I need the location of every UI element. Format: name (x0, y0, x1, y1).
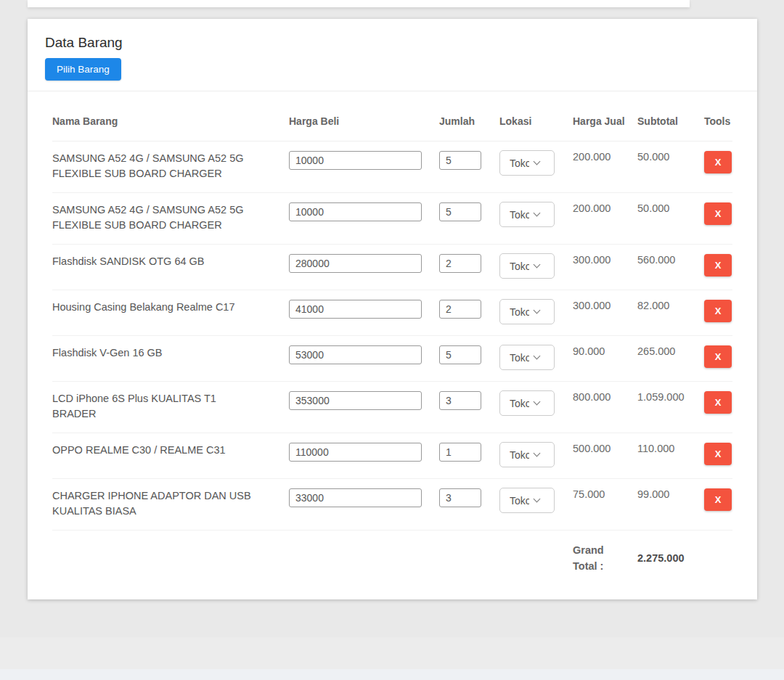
table-header-row: Nama Barang Harga Beli Jumlah Lokasi Har… (52, 91, 732, 142)
lokasi-select[interactable]: Toko (499, 390, 555, 416)
harga-beli-input[interactable] (289, 488, 422, 507)
item-name: LCD iPhone 6S Plus KUALITAS T1 BRADER (52, 391, 289, 422)
subtotal-value: 265.000 (637, 345, 675, 357)
item-name: OPPO REALME C30 / REALME C31 (52, 443, 289, 458)
harga-jual-value: 300.000 (573, 254, 611, 266)
chevron-down-icon (534, 450, 541, 457)
grand-total-value: 2.275.000 (637, 552, 704, 564)
item-name: SAMSUNG A52 4G / SAMSUNG A52 5G FLEXIBLE… (52, 151, 289, 181)
page-title: Data Barang (45, 35, 740, 51)
table-row: SAMSUNG A52 4G / SAMSUNG A52 5G FLEXIBLE… (52, 193, 732, 245)
lokasi-selected-value: Toko (510, 261, 529, 272)
card-header: Data Barang Pilih Barang (28, 19, 757, 91)
harga-beli-input[interactable] (289, 254, 422, 273)
items-table: Nama Barang Harga Beli Jumlah Lokasi Har… (52, 91, 732, 574)
lokasi-selected-value: Toko (510, 398, 529, 409)
delete-row-button[interactable]: X (704, 443, 732, 465)
harga-jual-value: 200.000 (573, 151, 611, 163)
pilih-barang-button[interactable]: Pilih Barang (45, 58, 121, 81)
chevron-down-icon (534, 353, 541, 360)
jumlah-input[interactable] (439, 391, 481, 410)
header-harga-jual: Harga Jual (573, 91, 637, 142)
subtotal-value: 50.000 (637, 151, 669, 163)
table-row: LCD iPhone 6S Plus KUALITAS T1 BRADER To… (52, 382, 732, 433)
delete-row-button[interactable]: X (704, 151, 732, 173)
item-name: Flashdisk V-Gen 16 GB (52, 345, 289, 361)
chevron-down-icon (534, 496, 541, 503)
item-name: CHARGER IPHONE ADAPTOR DAN USB KUALITAS … (52, 488, 289, 519)
delete-row-button[interactable]: X (704, 254, 732, 276)
lokasi-select[interactable]: Toko (499, 253, 555, 279)
jumlah-input[interactable] (439, 300, 481, 319)
grand-total-label: Grand Total : (573, 542, 637, 574)
jumlah-input[interactable] (439, 345, 481, 364)
header-jumlah: Jumlah (439, 91, 499, 142)
lokasi-selected-value: Toko (510, 449, 529, 461)
delete-row-button[interactable]: X (704, 202, 732, 225)
header-subtotal: Subtotal (637, 91, 704, 142)
table-row: Housing Casing Belakang Realme C17 Toko … (52, 290, 732, 336)
harga-jual-value: 90.000 (573, 345, 605, 357)
item-name: Housing Casing Belakang Realme C17 (52, 300, 289, 315)
subtotal-value: 82.000 (637, 300, 669, 311)
previous-card-edge (28, 0, 690, 7)
data-barang-card: Data Barang Pilih Barang Nama Barang Har… (28, 19, 757, 599)
harga-beli-input[interactable] (289, 300, 422, 319)
harga-beli-input[interactable] (289, 151, 422, 170)
chevron-down-icon (534, 261, 541, 269)
subtotal-value: 110.000 (637, 443, 674, 454)
lokasi-selected-value: Toko (510, 495, 529, 507)
lokasi-selected-value: Toko (510, 352, 529, 364)
chevron-down-icon (534, 210, 541, 217)
item-name: Flashdisk SANDISK OTG 64 GB (52, 254, 289, 269)
subtotal-value: 99.000 (637, 488, 669, 500)
header-nama-barang: Nama Barang (52, 91, 289, 142)
lokasi-select[interactable]: Toko (499, 345, 555, 370)
lokasi-select[interactable]: Toko (499, 150, 555, 176)
header-tools: Tools (704, 91, 732, 142)
jumlah-input[interactable] (439, 254, 481, 273)
table-row: SAMSUNG A52 4G / SAMSUNG A52 5G FLEXIBLE… (52, 142, 732, 193)
jumlah-input[interactable] (439, 151, 481, 170)
harga-jual-value: 200.000 (573, 202, 611, 214)
subtotal-value: 560.000 (637, 254, 675, 266)
delete-row-button[interactable]: X (704, 488, 732, 511)
grand-total-row: Grand Total : 2.275.000 (52, 531, 732, 575)
lokasi-select[interactable]: Toko (499, 202, 555, 227)
header-lokasi: Lokasi (499, 91, 573, 142)
lokasi-selected-value: Toko (510, 209, 529, 221)
subtotal-value: 50.000 (637, 202, 669, 214)
lokasi-select[interactable]: Toko (499, 488, 555, 513)
harga-beli-input[interactable] (289, 391, 422, 410)
table-row: Flashdisk V-Gen 16 GB Toko 90.000 265.00… (52, 336, 732, 382)
lokasi-select[interactable]: Toko (499, 442, 555, 467)
lokasi-selected-value: Toko (510, 157, 529, 169)
harga-jual-value: 75.000 (573, 488, 605, 500)
harga-jual-value: 500.000 (573, 443, 611, 454)
jumlah-input[interactable] (439, 202, 481, 221)
header-harga-beli: Harga Beli (289, 91, 439, 142)
table-row: Flashdisk SANDISK OTG 64 GB Toko 300.000… (52, 245, 732, 290)
harga-beli-input[interactable] (289, 345, 422, 364)
delete-row-button[interactable]: X (704, 300, 732, 322)
item-name: SAMSUNG A52 4G / SAMSUNG A52 5G FLEXIBLE… (52, 202, 289, 233)
items-table-wrap: Nama Barang Harga Beli Jumlah Lokasi Har… (28, 91, 757, 574)
jumlah-input[interactable] (439, 443, 481, 462)
footer-band (0, 669, 784, 680)
jumlah-input[interactable] (439, 488, 481, 507)
table-row: OPPO REALME C30 / REALME C31 Toko 500.00… (52, 433, 732, 479)
subtotal-value: 1.059.000 (637, 391, 685, 403)
table-row: CHARGER IPHONE ADAPTOR DAN USB KUALITAS … (52, 479, 732, 531)
harga-jual-value: 800.000 (573, 391, 611, 403)
chevron-down-icon (534, 307, 541, 314)
harga-beli-input[interactable] (289, 202, 422, 221)
lokasi-select[interactable]: Toko (499, 299, 555, 324)
chevron-down-icon (534, 398, 541, 406)
delete-row-button[interactable]: X (704, 345, 732, 368)
harga-jual-value: 300.000 (573, 300, 611, 311)
delete-row-button[interactable]: X (704, 391, 732, 414)
harga-beli-input[interactable] (289, 443, 422, 462)
lokasi-selected-value: Toko (510, 306, 529, 318)
chevron-down-icon (534, 158, 541, 165)
